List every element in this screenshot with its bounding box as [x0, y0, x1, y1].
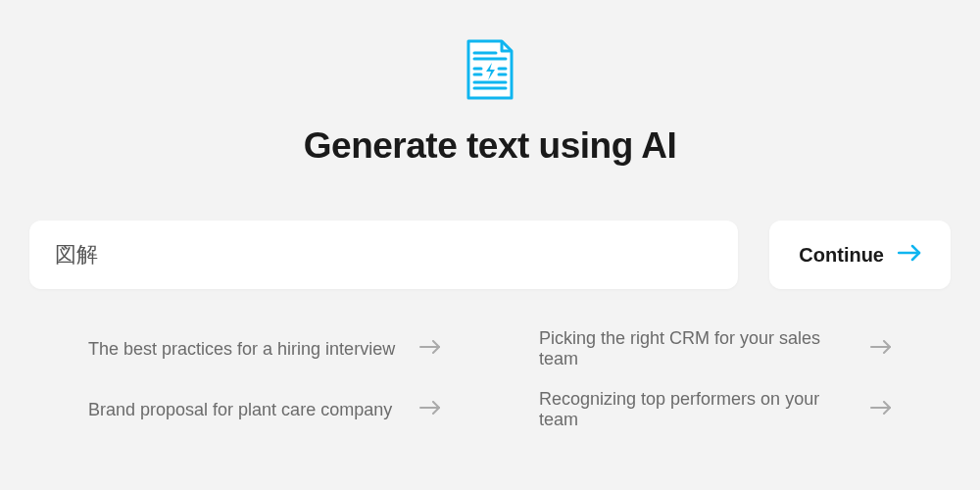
arrow-right-icon	[419, 340, 441, 358]
generate-text-panel: Generate text using AI Continue The best…	[0, 0, 980, 490]
suggestions-grid: The best practices for a hiring intervie…	[29, 328, 951, 430]
prompt-input[interactable]	[29, 220, 738, 289]
prompt-row: Continue	[29, 220, 951, 289]
arrow-right-icon	[419, 401, 441, 418]
suggestion-label: Recognizing top performers on your team	[539, 389, 851, 430]
suggestion-item[interactable]: Recognizing top performers on your team	[539, 389, 892, 430]
suggestion-label: Brand proposal for plant care company	[88, 400, 392, 420]
arrow-right-icon	[898, 244, 921, 267]
page-title: Generate text using AI	[304, 125, 676, 167]
suggestion-label: The best practices for a hiring intervie…	[88, 339, 395, 360]
suggestion-item[interactable]: Brand proposal for plant care company	[88, 389, 441, 430]
continue-label: Continue	[799, 244, 884, 267]
arrow-right-icon	[870, 401, 892, 418]
arrow-right-icon	[870, 340, 892, 358]
suggestion-label: Picking the right CRM for your sales tea…	[539, 328, 851, 369]
document-lightning-icon	[465, 39, 515, 106]
suggestion-item[interactable]: The best practices for a hiring intervie…	[88, 328, 441, 369]
continue-button[interactable]: Continue	[769, 220, 951, 289]
suggestion-item[interactable]: Picking the right CRM for your sales tea…	[539, 328, 892, 369]
